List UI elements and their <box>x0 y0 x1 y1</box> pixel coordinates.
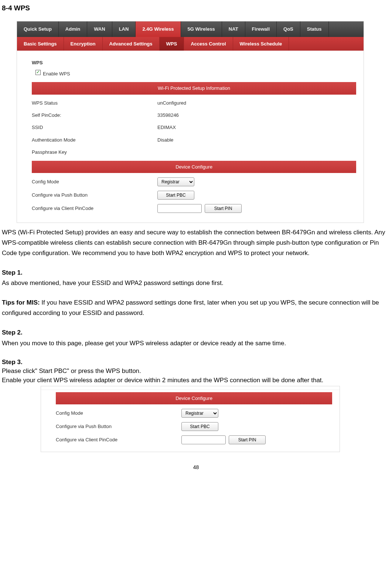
start-pbc-button[interactable]: Start PBC <box>157 191 194 200</box>
client-pincode-row-2: Configure via Client PinCode Start PIN <box>56 433 332 447</box>
client-pincode-input[interactable] <box>157 204 202 213</box>
config-mode-label-2: Config Mode <box>56 409 181 417</box>
config-mode-select-2[interactable]: Registrar <box>181 409 218 418</box>
router-config-screenshot: Quick SetupAdminWANLAN2.4G Wireless5G Wi… <box>17 21 364 223</box>
client-pincode-row: Configure via Client PinCode Start PIN <box>32 202 356 215</box>
sub-nav-tab-wireless-schedule[interactable]: Wireless Schedule <box>233 37 289 51</box>
main-nav: Quick SetupAdminWANLAN2.4G Wireless5G Wi… <box>17 21 364 37</box>
step1-body: As above mentioned, have your ESSID and … <box>2 278 390 288</box>
info-row: Self PinCode:33598246 <box>32 109 356 121</box>
device-configure-screenshot: Device Configure Config Mode Registrar C… <box>41 386 340 452</box>
wifi-protected-setup-header: Wi-Fi Protected Setup Information <box>32 82 356 94</box>
main-nav-tab-nat[interactable]: NAT <box>222 21 245 37</box>
wps-group-label: WPS <box>32 59 356 67</box>
step2-block: Step 2. When you move to this page, plea… <box>2 327 390 348</box>
step2-body: When you move to this page, please get y… <box>2 338 390 349</box>
main-nav-tab-5g-wireless[interactable]: 5G Wireless <box>181 21 222 37</box>
device-configure-header: Device Configure <box>32 161 356 173</box>
step3-block: Step 3. Please click" Start PBC" or pres… <box>2 358 390 385</box>
info-key: Self PinCode: <box>32 111 157 119</box>
client-pincode-input-2[interactable] <box>181 435 226 444</box>
step1-title: Step 1. <box>2 268 390 278</box>
wps-panel: WPS ✓ Enable WPS Wi-Fi Protected Setup I… <box>17 51 364 223</box>
push-button-label-2: Configure via Push Button <box>56 422 181 430</box>
config-mode-row: Config Mode Registrar <box>32 175 356 189</box>
main-nav-tab-admin[interactable]: Admin <box>59 21 87 37</box>
tips-label: Tips for MIS: <box>2 299 41 306</box>
info-value: Disable <box>157 136 356 144</box>
push-button-label: Configure via Push Button <box>32 191 157 199</box>
sub-nav: Basic SettingsEncryptionAdvanced Setting… <box>17 37 364 51</box>
push-button-row: Configure via Push Button Start PBC <box>32 189 356 202</box>
main-nav-tab-2-4g-wireless[interactable]: 2.4G Wireless <box>136 21 181 37</box>
info-value: 33598246 <box>157 111 356 119</box>
sub-nav-tab-wps[interactable]: WPS <box>160 37 184 51</box>
step3-line1: Please click" Start PBC" or press the WP… <box>2 367 390 376</box>
info-key: SSID <box>32 123 157 131</box>
device-configure-header-2: Device Configure <box>56 392 332 404</box>
info-key: Authentication Mode <box>32 136 157 144</box>
start-pbc-button-2[interactable]: Start PBC <box>181 422 218 431</box>
client-pincode-label: Configure via Client PinCode <box>32 204 157 212</box>
tips-block: Tips for MIS: If you have ESSID and WPA2… <box>2 298 390 318</box>
info-value: EDIMAX <box>157 123 356 131</box>
main-nav-tab-qos[interactable]: QoS <box>277 21 300 37</box>
page-number: 48 <box>2 463 390 472</box>
step2-title: Step 2. <box>2 327 390 338</box>
start-pin-button-2[interactable]: Start PIN <box>229 435 266 444</box>
main-nav-tab-quick-setup[interactable]: Quick Setup <box>17 21 59 37</box>
config-mode-label: Config Mode <box>32 178 157 186</box>
client-pincode-label-2: Configure via Client PinCode <box>56 436 181 444</box>
enable-wps-label: Enable WPS <box>43 70 70 78</box>
info-key: WPS Status <box>32 99 157 107</box>
start-pin-button[interactable]: Start PIN <box>205 204 242 213</box>
sub-nav-tab-access-control[interactable]: Access Control <box>184 37 233 51</box>
intro-paragraph: WPS (Wi‑Fi Protected Setup) provides an … <box>2 227 390 258</box>
info-key: Passphrase Key <box>32 148 157 156</box>
info-row: Passphrase Key <box>32 146 356 158</box>
tips-body: If you have ESSID and WPA2 password sett… <box>2 299 379 316</box>
info-row: WPS StatusunConfigured <box>32 97 356 109</box>
push-button-row-2: Configure via Push Button Start PBC <box>56 420 332 433</box>
sub-nav-tab-encryption[interactable]: Encryption <box>64 37 103 51</box>
main-nav-tab-wan[interactable]: WAN <box>87 21 112 37</box>
step3-title: Step 3. <box>2 358 390 367</box>
wps-info-table: WPS StatusunConfiguredSelf PinCode:33598… <box>32 97 356 159</box>
info-value <box>157 148 356 156</box>
config-mode-select[interactable]: Registrar <box>157 177 194 186</box>
enable-wps-checkbox[interactable]: ✓ <box>35 70 41 75</box>
main-nav-tab-lan[interactable]: LAN <box>112 21 136 37</box>
section-title: 8-4 WPS <box>2 0 390 14</box>
info-value: unConfigured <box>157 99 356 107</box>
info-row: Authentication ModeDisable <box>32 134 356 146</box>
config-mode-row-2: Config Mode Registrar <box>56 407 332 420</box>
step1-block: Step 1. As above mentioned, have your ES… <box>2 268 390 288</box>
sub-nav-tab-advanced-settings[interactable]: Advanced Settings <box>103 37 160 51</box>
step3-line2: Enable your client WPS wireless adapter … <box>2 376 390 385</box>
main-nav-tab-firewall[interactable]: Firewall <box>245 21 277 37</box>
sub-nav-tab-basic-settings[interactable]: Basic Settings <box>17 37 64 51</box>
info-row: SSIDEDIMAX <box>32 121 356 133</box>
main-nav-tab-status[interactable]: Status <box>300 21 329 37</box>
